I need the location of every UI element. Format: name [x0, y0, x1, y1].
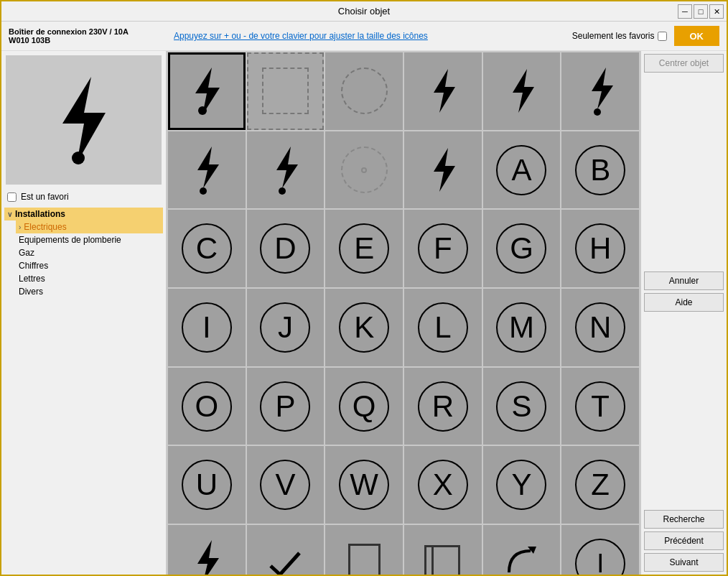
grid-cell-6-0[interactable]: [168, 525, 246, 575]
grid-cell-2-5[interactable]: H: [561, 210, 639, 287]
item-info: Boîtier de connexion 230V / 10A W010 103…: [9, 27, 167, 45]
expand-arrow: ›: [19, 223, 21, 231]
svg-point-1: [72, 152, 85, 164]
grid-cell-3-3[interactable]: L: [404, 289, 482, 366]
svg-point-3: [198, 106, 207, 115]
annuler-button[interactable]: Annuler: [644, 271, 724, 290]
ok-button[interactable]: OK: [674, 26, 720, 46]
grid-cell-1-0[interactable]: [168, 131, 246, 209]
grid-cell-5-5[interactable]: Z: [561, 446, 639, 524]
precedent-button[interactable]: Précédent: [644, 531, 724, 550]
grid-cell-3-1[interactable]: J: [247, 289, 325, 366]
maximize-button[interactable]: □: [694, 4, 708, 19]
tree-item-electriques[interactable]: › Electriques: [16, 220, 163, 233]
grid-cell-6-4[interactable]: [483, 525, 561, 575]
close-button[interactable]: ✕: [709, 4, 724, 19]
favorites-checkbox[interactable]: [658, 32, 667, 41]
divers-label: Divers: [19, 287, 43, 297]
right-panel: Centrer objet Annuler Aide Recherche Pré…: [640, 51, 727, 575]
svg-point-7: [594, 108, 601, 116]
grid-cell-6-1[interactable]: [247, 525, 325, 575]
preview-icon: [48, 73, 120, 167]
curved-arrow-icon: [502, 544, 541, 575]
tree-item-divers[interactable]: Divers: [16, 285, 163, 298]
grid-cell-5-0[interactable]: U: [168, 446, 246, 524]
letter-F-cell: F: [418, 223, 468, 274]
grid-cell-1-4[interactable]: A: [483, 131, 561, 209]
grid-cell-3-2[interactable]: K: [325, 289, 403, 366]
grid-cell-1-1[interactable]: [247, 131, 325, 209]
lettres-label: Lettres: [19, 274, 45, 284]
minimize-button[interactable]: ─: [678, 4, 692, 19]
letter-T-cell: T: [575, 381, 625, 432]
tree-item-lettres[interactable]: Lettres: [16, 272, 163, 285]
letter-X-cell: X: [418, 460, 468, 510]
dashed-circle-icon: [341, 68, 388, 114]
recherche-button[interactable]: Recherche: [644, 510, 724, 529]
svg-marker-8: [197, 147, 219, 188]
grid-cell-6-3[interactable]: [404, 525, 482, 575]
tree-item-installations[interactable]: ∨ Installations: [4, 208, 163, 220]
grid-cell-2-2[interactable]: E: [325, 210, 403, 287]
title-bar: Choisir objet ─ □ ✕: [1, 1, 727, 22]
grid-cell-0-0[interactable]: [168, 52, 246, 130]
hint-text: Appuyez sur + ou - de votre clavier pour…: [174, 31, 565, 41]
grid-cell-4-4[interactable]: S: [483, 368, 561, 445]
grid-cell-4-1[interactable]: P: [247, 368, 325, 445]
grid-cell-5-3[interactable]: X: [404, 446, 482, 524]
tree-item-plomberie[interactable]: Equipements de plomberie: [16, 233, 163, 246]
tree-item-chiffres[interactable]: Chiffres: [16, 259, 163, 272]
favorite-checkbox[interactable]: [7, 192, 17, 202]
grid-cell-0-4[interactable]: [483, 52, 561, 130]
svg-marker-12: [434, 148, 455, 192]
grid-cell-5-4[interactable]: Y: [483, 446, 561, 524]
grid-cell-2-1[interactable]: D: [247, 210, 325, 287]
lightning-dot-icon: [187, 66, 226, 116]
grid-cell-1-3[interactable]: [404, 131, 482, 209]
grid-cell-0-3[interactable]: [404, 52, 482, 130]
grid-cell-6-5[interactable]: I: [561, 525, 639, 575]
letter-P-cell: P: [260, 381, 310, 432]
grid-cell-3-4[interactable]: M: [483, 289, 561, 366]
svg-point-9: [200, 187, 207, 195]
letter-U-cell: U: [182, 460, 232, 510]
tree-item-gaz[interactable]: Gaz: [16, 246, 163, 259]
checkmark-icon: [267, 546, 303, 575]
window-controls[interactable]: ─ □ ✕: [678, 4, 724, 19]
grid-cell-4-3[interactable]: R: [404, 368, 482, 445]
svg-marker-13: [197, 540, 219, 575]
tree-children: › Electriques Equipements de plomberie G…: [4, 220, 163, 298]
letter-A-cell: A: [496, 145, 546, 195]
grid-cell-1-2[interactable]: [325, 131, 403, 209]
grid-cell-4-0[interactable]: O: [168, 368, 246, 445]
grid-cell-6-2[interactable]: [325, 525, 403, 575]
icon-grid: A B C D E F G: [167, 51, 640, 575]
lightning-icon-1: [426, 68, 459, 114]
lightning-small-icon: [190, 539, 223, 575]
grid-cell-1-5[interactable]: B: [561, 131, 639, 209]
preview-box: [6, 55, 162, 185]
letter-Y-cell: Y: [496, 460, 546, 510]
dashed-square-icon: [262, 68, 309, 114]
aide-button[interactable]: Aide: [644, 293, 724, 312]
grid-cell-3-0[interactable]: I: [168, 289, 246, 366]
grid-cell-5-1[interactable]: V: [247, 446, 325, 524]
letter-E-cell: E: [339, 223, 389, 274]
grid-cell-2-3[interactable]: F: [404, 210, 482, 287]
letter-S-cell: S: [496, 381, 546, 432]
center-obj-button[interactable]: Centrer objet: [644, 54, 724, 73]
grid-cell-3-5[interactable]: N: [561, 289, 639, 366]
lightning-dot-icon-4: [269, 145, 302, 195]
grid-cell-4-2[interactable]: Q: [325, 368, 403, 445]
letter-W-cell: W: [339, 460, 389, 510]
grid-cell-0-1[interactable]: [247, 52, 325, 130]
suivant-button[interactable]: Suivant: [644, 553, 724, 572]
grid-cell-0-5[interactable]: [561, 52, 639, 130]
grid-cell-5-2[interactable]: W: [325, 446, 403, 524]
grid-cell-2-4[interactable]: G: [483, 210, 561, 287]
grid-cell-0-2[interactable]: [325, 52, 403, 130]
letter-D-cell: D: [260, 223, 310, 274]
grid-cell-4-5[interactable]: T: [561, 368, 639, 445]
grid-cell-2-0[interactable]: C: [168, 210, 246, 287]
letter-M-cell: M: [496, 302, 546, 353]
